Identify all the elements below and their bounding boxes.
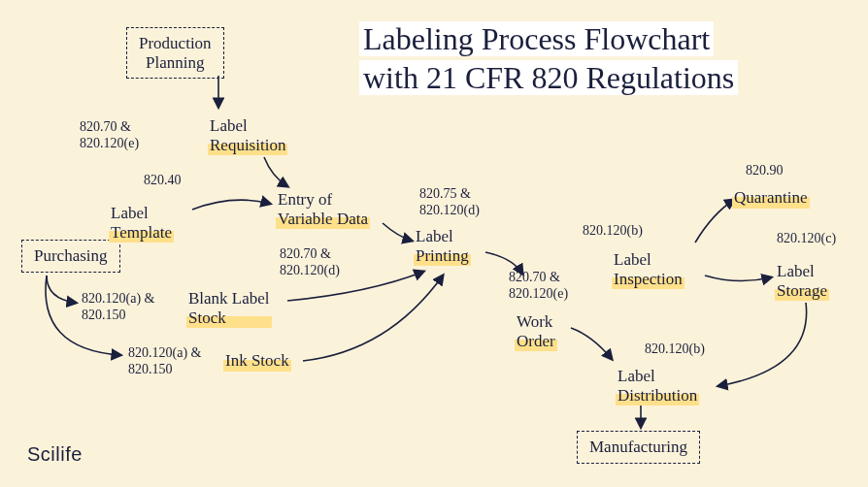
node-label-storage: Label Storage: [777, 262, 827, 300]
title-line-1: Labeling Process Flowchart: [359, 21, 714, 56]
node-work-order: Work Order: [517, 312, 555, 350]
node-manufacturing: Manufacturing: [577, 431, 700, 464]
ref-8: 820.120(b): [583, 223, 643, 240]
ref-2: 820.40: [144, 173, 182, 189]
ref-7: 820.70 & 820.120(e): [509, 270, 568, 303]
node-blank-label-stock: Blank Label Stock: [188, 289, 270, 327]
node-label-printing: Label Printing: [416, 227, 469, 265]
node-ink-stock: Ink Stock: [225, 351, 289, 371]
node-production-planning: Production Planning: [126, 27, 224, 79]
ref-6: 820.75 & 820.120(d): [419, 186, 480, 219]
node-quarantine: Quarantine: [734, 188, 808, 208]
ref-9: 820.90: [746, 163, 784, 179]
ref-1: 820.70 & 820.120(e): [80, 119, 139, 152]
ref-4: 820.120(a) & 820.150: [128, 345, 201, 378]
logo-text: Scilife: [27, 443, 83, 466]
node-label-template: Label Template: [111, 204, 172, 242]
ref-3: 820.120(a) & 820.150: [82, 291, 154, 324]
node-purchasing: Purchasing: [21, 240, 120, 273]
page-title: Labeling Process Flowchart with 21 CFR 8…: [359, 19, 854, 97]
ref-10: 820.120(c): [777, 231, 836, 247]
title-line-2: with 21 CFR 820 Regulations: [359, 60, 738, 95]
node-label-distribution: Label Distribution: [618, 367, 697, 405]
node-label-requisition: Label Requisition: [210, 116, 285, 154]
node-label-inspection: Label Inspection: [614, 250, 683, 288]
ref-11: 820.120(b): [645, 341, 705, 358]
ref-5: 820.70 & 820.120(d): [280, 246, 340, 279]
node-entry-variable-data: Entry of Variable Data: [278, 190, 368, 228]
